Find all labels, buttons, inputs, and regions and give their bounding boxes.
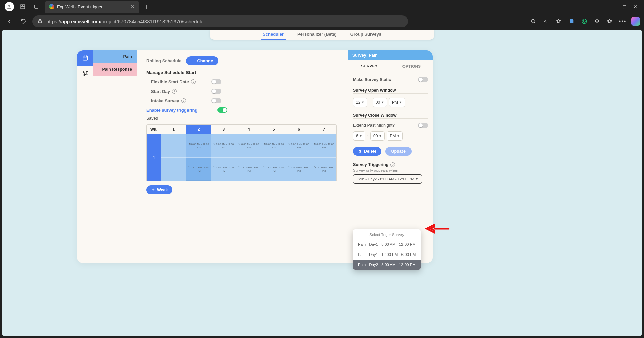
schedule-cell[interactable]: 12:00 PM - 6:00 PM <box>261 158 286 181</box>
url-domain: app.expiwell.com <box>61 19 100 24</box>
close-hour-select[interactable]: 6▼ <box>353 131 365 141</box>
make-static-toggle[interactable] <box>418 77 428 82</box>
survey-list-item-pain[interactable]: Pain <box>93 50 137 63</box>
svg-rect-9 <box>83 56 87 60</box>
schedule-cell[interactable]: 8:00 AM - 12:00 PM <box>286 134 312 158</box>
zoom-icon[interactable] <box>529 17 537 25</box>
minimize-icon[interactable]: — <box>611 4 615 9</box>
day-col-6: 8:00 AM - 12:00 PM 12:00 PM - 6:00 PM <box>286 134 312 181</box>
day-header-6: 6 <box>286 125 312 134</box>
open-ampm-select[interactable]: PM▼ <box>389 98 405 107</box>
schedule-cell-selected[interactable]: 12:00 PM - 6:00 PM <box>186 158 211 181</box>
change-button-label: Change <box>197 58 213 63</box>
main-card: Pain Pain Response Rolling Schedule Chan… <box>77 50 433 263</box>
more-icon[interactable]: ••• <box>619 17 627 25</box>
grammarly-icon[interactable] <box>580 17 588 25</box>
schedule-center: Rolling Schedule Change Manage Schedule … <box>137 50 348 263</box>
extend-midnight-label: Extend Past Midnight? <box>353 123 395 128</box>
delete-button[interactable]: Delete <box>353 147 381 156</box>
tab-group-surveys[interactable]: Group Surveys <box>348 31 383 39</box>
tab-scheduler[interactable]: Scheduler <box>261 31 286 40</box>
schedule-cell[interactable]: 8:00 AM - 12:00 PM <box>236 134 262 158</box>
enable-triggering-label: Enable survey triggering <box>146 108 197 113</box>
day-header-3: 3 <box>211 125 236 134</box>
collections-icon[interactable] <box>568 17 576 25</box>
update-button[interactable]: Update <box>385 147 412 156</box>
panel-tab-options[interactable]: OPTIONS <box>390 60 433 72</box>
new-tab-button[interactable]: ＋ <box>143 2 150 11</box>
start-day-toggle[interactable] <box>211 89 221 94</box>
schedule-cell[interactable]: 8:00 AM - 12:00 PM <box>261 134 286 158</box>
browser-tab[interactable]: ExpiWell - Event trigger ✕ <box>45 1 139 13</box>
tab-personalizer[interactable]: Personalizer (Beta) <box>295 31 339 39</box>
window-controls: — ▢ ✕ <box>611 4 641 9</box>
svg-point-6 <box>531 19 534 22</box>
help-icon[interactable]: ? <box>390 162 395 167</box>
schedule-cell[interactable]: 12:00 PM - 6:00 PM <box>236 158 262 181</box>
url-input[interactable]: https://app.expiwell.com/project/670784c… <box>32 15 408 27</box>
intake-survey-toggle[interactable] <box>211 98 221 103</box>
triggering-label: Survey Triggering <box>353 162 388 167</box>
svg-point-0 <box>8 5 10 7</box>
schedule-cell[interactable] <box>161 134 186 158</box>
only-appears-label: Survey only appears when <box>353 168 428 172</box>
schedule-cell[interactable]: 12:00 PM - 6:00 PM <box>286 158 312 181</box>
graph-view-button[interactable] <box>77 66 93 81</box>
url-prefix: https:// <box>46 19 61 24</box>
extend-midnight-toggle[interactable] <box>418 123 428 128</box>
read-aloud-icon[interactable]: A)) <box>542 17 550 25</box>
help-icon[interactable]: ? <box>181 98 186 103</box>
enable-triggering-toggle[interactable] <box>217 107 227 113</box>
favorite-icon[interactable] <box>555 17 563 25</box>
maximize-icon[interactable]: ▢ <box>622 4 627 9</box>
close-tab-icon[interactable]: ✕ <box>131 4 135 9</box>
help-icon[interactable]: ? <box>172 89 177 94</box>
day-col-5: 8:00 AM - 12:00 PM 12:00 PM - 6:00 PM <box>261 134 286 181</box>
svg-point-8 <box>582 19 587 24</box>
survey-list: Pain Pain Response <box>93 50 137 263</box>
workspaces-icon[interactable] <box>18 2 28 11</box>
day-col-2: 8:00 AM - 12:00 PM 12:00 PM - 6:00 PM <box>186 134 211 181</box>
open-minute-select[interactable]: 00▼ <box>373 98 387 107</box>
calendar-view-button[interactable] <box>77 50 93 66</box>
tab-favicon-icon <box>49 4 54 9</box>
svg-rect-1 <box>21 5 22 6</box>
dropdown-item-selected[interactable]: Pain - Day2 - 8:00 AM - 12:00 PM <box>353 260 421 270</box>
dropdown-item[interactable]: Pain - Day1 - 8:00 AM - 12:00 PM <box>353 239 421 249</box>
intake-survey-label: Intake Survey ? <box>151 98 211 103</box>
add-week-button[interactable]: ＋ Week <box>146 185 172 194</box>
trigger-survey-select[interactable]: Pain - Day2 - 8:00 AM - 12:00 PM ▼ <box>353 174 422 184</box>
dropdown-item[interactable]: Pain - Day1 - 12:00 PM - 6:00 PM <box>353 249 421 260</box>
start-day-label: Start Day ? <box>151 89 211 94</box>
schedule-cell[interactable]: 8:00 AM - 12:00 PM <box>311 134 336 158</box>
flexible-start-toggle[interactable] <box>211 79 221 84</box>
add-week-label: Week <box>157 188 168 192</box>
day-header-4: 4 <box>236 125 262 134</box>
close-ampm-select[interactable]: PM▼ <box>387 131 403 141</box>
day-header-5: 5 <box>261 125 286 134</box>
copilot-icon[interactable] <box>631 17 640 26</box>
schedule-cell[interactable]: 12:00 PM - 6:00 PM <box>211 158 236 181</box>
close-minute-select[interactable]: 00▼ <box>370 131 385 141</box>
plus-icon: ＋ <box>151 187 155 193</box>
refresh-button[interactable] <box>18 16 29 27</box>
profile-avatar-icon[interactable] <box>5 2 14 11</box>
schedule-cell[interactable]: 8:00 AM - 12:00 PM <box>186 134 211 158</box>
rolling-schedule-label: Rolling Schedule <box>146 58 181 63</box>
panel-tab-survey[interactable]: SURVEY <box>348 60 390 72</box>
open-hour-select[interactable]: 12▼ <box>353 98 367 107</box>
survey-list-item-pain-response[interactable]: Pain Response <box>93 63 137 76</box>
schedule-cell[interactable]: 8:00 AM - 12:00 PM <box>211 134 236 158</box>
schedule-grid: Wk. 1 2 3 4 5 6 7 1 8:00 AM - 1 <box>146 124 337 181</box>
manage-schedule-head: Manage Schedule Start <box>146 70 340 75</box>
close-window-icon[interactable]: ✕ <box>633 4 637 9</box>
change-schedule-button[interactable]: Change <box>186 56 218 65</box>
back-button[interactable] <box>4 16 15 27</box>
help-icon[interactable]: ? <box>191 79 196 84</box>
favorites-bar-icon[interactable] <box>606 17 614 25</box>
schedule-cell[interactable]: 12:00 PM - 6:00 PM <box>311 158 336 181</box>
tab-actions-icon[interactable] <box>32 2 41 11</box>
extensions-icon[interactable] <box>593 17 601 25</box>
saved-status[interactable]: Saved <box>146 116 158 121</box>
schedule-cell[interactable] <box>161 158 186 181</box>
